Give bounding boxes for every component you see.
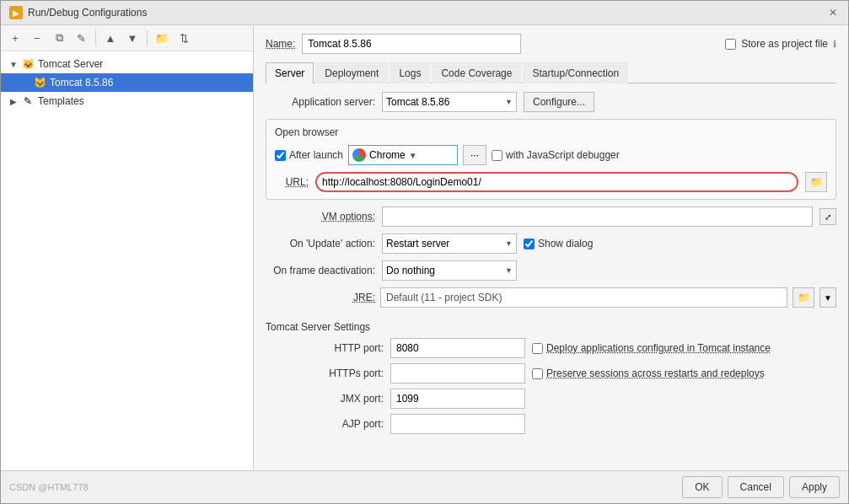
frame-deactivation-row: On frame deactivation: Do nothing ▼ (266, 260, 836, 281)
store-project-checkbox[interactable] (725, 39, 736, 50)
tree-toggle-templates: ▶ (8, 95, 19, 107)
add-button[interactable]: + (6, 29, 24, 47)
port-grid: HTTP port: Deploy applications configure… (266, 338, 836, 434)
edit-button[interactable]: ✎ (72, 29, 90, 47)
close-button[interactable]: ✕ (826, 6, 840, 19)
tab-logs[interactable]: Logs (390, 62, 430, 83)
jre-label: JRE: (266, 292, 375, 303)
browser-more-button[interactable]: ··· (463, 145, 486, 165)
jmx-port-label: JMX port: (266, 393, 384, 405)
store-row: Store as project file ℹ (725, 38, 836, 50)
http-port-label: HTTP port: (266, 342, 384, 354)
tab-server[interactable]: Server (266, 62, 314, 83)
tree-toggle-instance (19, 77, 31, 88)
app-server-select-wrapper: Tomcat 8.5.86 ▼ (382, 92, 517, 112)
dialog-icon: ▶ (9, 6, 23, 19)
tabs-bar: Server Deployment Logs Code Coverage Sta… (266, 62, 836, 83)
vm-expand-button[interactable]: ⤢ (819, 208, 836, 225)
app-server-select[interactable]: Tomcat 8.5.86 (382, 92, 517, 112)
tree-item-tomcat-server[interactable]: ▼ 🐱 Tomcat Server (1, 55, 253, 73)
ok-button[interactable]: OK (682, 476, 722, 498)
chrome-icon (352, 148, 366, 162)
toolbar-sep2 (147, 30, 148, 46)
configure-button[interactable]: Configure... (524, 92, 594, 112)
apply-button[interactable]: Apply (789, 476, 840, 498)
vm-options-row: VM options: ⤢ (266, 206, 836, 227)
toolbar-sep (95, 30, 96, 46)
run-debug-dialog: ▶ Run/Debug Configurations ✕ + − ⧉ ✎ ▲ ▼… (0, 0, 849, 504)
remove-button[interactable]: − (28, 29, 46, 47)
store-info-icon: ℹ (833, 39, 836, 50)
folder-button[interactable]: 📁 (153, 29, 171, 47)
after-launch-checkbox[interactable] (275, 150, 286, 161)
url-row: URL: 📁 (275, 172, 827, 192)
right-panel: Name: Store as project file ℹ Server Dep… (254, 25, 848, 470)
deploy-apps-checkbox[interactable] (532, 343, 543, 354)
name-row: Name: Store as project file ℹ (266, 34, 836, 54)
tab-deployment[interactable]: Deployment (315, 62, 388, 83)
tab-coverage[interactable]: Code Coverage (432, 62, 521, 83)
tomcat-instance-label: Tomcat 8.5.86 (50, 77, 113, 88)
move-down-button[interactable]: ▼ (123, 29, 142, 47)
name-input[interactable] (302, 34, 521, 54)
ajp-port-label: AJP port: (266, 418, 384, 430)
copy-button[interactable]: ⧉ (50, 29, 68, 47)
jre-row: JRE: 📁 ▼ (266, 287, 836, 308)
deploy-apps-label[interactable]: Deploy applications configured in Tomcat… (532, 342, 836, 354)
jre-dropdown-button[interactable]: ▼ (819, 287, 836, 308)
move-up-button[interactable]: ▲ (101, 29, 120, 47)
deploy-apps-text: Deploy applications configured in Tomcat… (546, 342, 771, 354)
tomcat-settings-section: Tomcat Server Settings HTTP port: Deploy… (266, 318, 836, 434)
watermark: CSDN @HTML778 (9, 482, 89, 492)
tomcat-server-icon: 🐱 (21, 57, 35, 71)
left-toolbar: + − ⧉ ✎ ▲ ▼ 📁 ⇅ (1, 25, 253, 51)
open-browser-section: Open browser After launch Chrome ▼ ··· (266, 119, 836, 200)
https-port-label: HTTPs port: (266, 367, 384, 379)
tab-startup[interactable]: Startup/Connection (523, 62, 628, 83)
after-launch-label[interactable]: After launch (275, 149, 343, 161)
bottom-buttons: OK Cancel Apply (682, 476, 840, 498)
frame-deactivation-select-wrapper: Do nothing ▼ (382, 260, 517, 281)
frame-deactivation-select[interactable]: Do nothing (382, 260, 517, 281)
bottom-bar: CSDN @HTML778 OK Cancel Apply (1, 470, 848, 503)
jre-folder-button[interactable]: 📁 (793, 287, 814, 308)
title-bar: ▶ Run/Debug Configurations ✕ (1, 1, 848, 25)
update-action-select[interactable]: Restart server (382, 233, 517, 254)
dialog-title: Run/Debug Configurations (28, 7, 147, 19)
preserve-sessions-text: Preserve sessions across restarts and re… (546, 367, 765, 379)
cancel-button[interactable]: Cancel (728, 476, 784, 498)
js-debugger-label[interactable]: with JavaScript debugger (492, 149, 620, 161)
sort-button[interactable]: ⇅ (175, 29, 193, 47)
tree-item-tomcat-instance[interactable]: 🐱 Tomcat 8.5.86 (1, 73, 253, 92)
show-dialog-label[interactable]: Show dialog (524, 238, 593, 249)
jmx-port-input[interactable] (390, 389, 525, 409)
tomcat-instance-icon: 🐱 (33, 76, 46, 89)
app-server-row: Application server: Tomcat 8.5.86 ▼ Conf… (266, 92, 836, 112)
title-bar-left: ▶ Run/Debug Configurations (9, 6, 147, 19)
templates-label: Templates (38, 95, 84, 107)
main-content: + − ⧉ ✎ ▲ ▼ 📁 ⇅ ▼ 🐱 Tomcat Server (1, 25, 848, 470)
tree-item-templates[interactable]: ▶ ✎ Templates (1, 92, 253, 110)
https-port-input[interactable] (390, 363, 525, 383)
config-tree: ▼ 🐱 Tomcat Server 🐱 Tomcat 8.5.86 ▶ ✎ Te… (1, 51, 253, 114)
http-port-input[interactable] (390, 338, 525, 358)
browser-select-btn[interactable]: Chrome ▼ (348, 145, 458, 165)
tomcat-server-label: Tomcat Server (38, 58, 103, 70)
url-label: URL: (275, 176, 309, 188)
js-debugger-checkbox[interactable] (492, 150, 502, 161)
url-folder-button[interactable]: 📁 (805, 172, 827, 192)
jre-input[interactable] (380, 287, 787, 308)
after-launch-text: After launch (289, 149, 343, 161)
js-debugger-text: with JavaScript debugger (506, 149, 620, 161)
ajp-port-input[interactable] (390, 414, 525, 434)
browser-dropdown-arrow: ▼ (409, 151, 417, 160)
browser-row: After launch Chrome ▼ ··· with JavaScrip… (275, 145, 827, 165)
vm-options-input[interactable] (382, 206, 813, 227)
update-action-row: On 'Update' action: Restart server ▼ Sho… (266, 233, 836, 254)
url-input[interactable] (315, 172, 798, 192)
show-dialog-checkbox[interactable] (524, 239, 535, 249)
name-label: Name: (266, 38, 295, 50)
preserve-sessions-checkbox[interactable] (532, 368, 543, 379)
preserve-sessions-label[interactable]: Preserve sessions across restarts and re… (532, 367, 836, 379)
tree-toggle-tomcat: ▼ (8, 58, 19, 70)
